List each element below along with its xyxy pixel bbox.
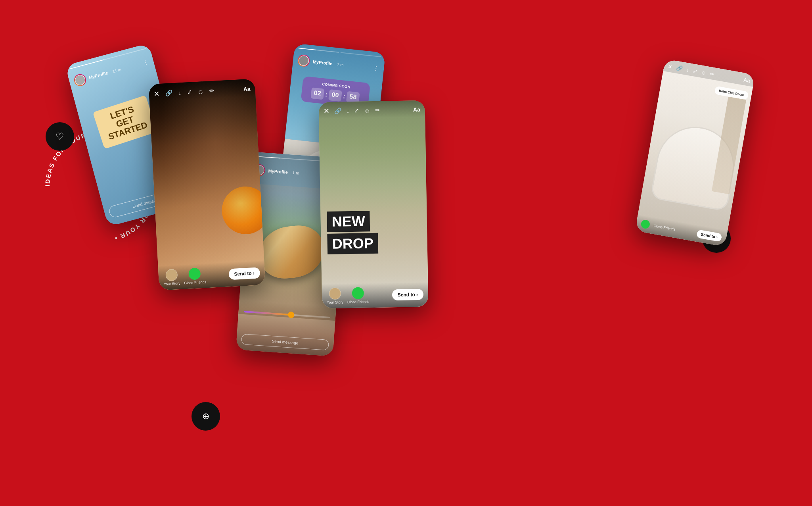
phone-5-send-to-button[interactable]: Send to › [696, 229, 722, 242]
your-story-label: Your Story [164, 281, 180, 286]
phone-6-username: MyProfile [312, 59, 332, 66]
phone-4-close-friends-label: Close Friends [347, 300, 370, 304]
phone-4-text-btn[interactable]: Aa [413, 106, 420, 113]
phone-5-draw-icon[interactable]: ✏ [710, 71, 715, 78]
phone-3-username: MyProfile [268, 168, 288, 174]
dots-menu-icon[interactable]: ⋮ [142, 59, 149, 66]
send-to-button[interactable]: Send to › [228, 267, 260, 280]
phone-3-send-message[interactable]: Send message [241, 334, 329, 350]
close-friends-label: Close Friends [184, 280, 206, 285]
sticker-icon[interactable]: ☺ [197, 88, 204, 95]
phone-4: ✕ 🔗 ↓ ⤢ ☺ ✏ Aa NEW DROP Your Story Close… [318, 100, 428, 309]
phone-5-close-friends-label: Close Friends [653, 224, 676, 231]
link-icon[interactable]: 🔗 [165, 89, 173, 97]
phone-4-your-story-label: Your Story [327, 300, 343, 304]
phone-5-link-icon[interactable]: 🔗 [676, 65, 683, 72]
phone-5-download-icon[interactable]: ↓ [686, 67, 689, 73]
phone-4-sticker-icon[interactable]: ☺ [364, 107, 370, 114]
heart-icon: ♡ [56, 131, 64, 142]
search-icon: ⊕ [202, 411, 209, 421]
phone-2: ✕ 🔗 ↓ ⤢ ☺ ✏ Aa Your Story Close Friends … [149, 79, 266, 290]
phone-4-link-icon[interactable]: 🔗 [334, 107, 342, 114]
phone-5-sticker-icon[interactable]: ☺ [701, 69, 707, 76]
phone-5-close-icon[interactable]: ✕ [667, 63, 672, 70]
phone-5-close-friends-avatar [640, 219, 650, 229]
phone-4-bottom: Your Story Close Friends Send to › [322, 282, 428, 309]
phone-4-send-to-button[interactable]: Send to › [392, 289, 423, 300]
draw-icon[interactable]: ✏ [209, 87, 214, 95]
move-icon[interactable]: ⤢ [187, 89, 192, 96]
search-icon-circle[interactable]: ⊕ [192, 402, 220, 431]
close-icon[interactable]: ✕ [153, 89, 160, 98]
close-friends-avatar [188, 267, 201, 280]
heart-icon-circle[interactable]: ♡ [46, 122, 74, 151]
phone-4-download-icon[interactable]: ↓ [347, 108, 350, 114]
text-format-btn[interactable]: Aa [243, 86, 251, 92]
phone-4-close-friends-avatar [352, 287, 364, 299]
phone-5-text-btn[interactable]: Aa [743, 77, 751, 84]
phone-1-time: 11 m [112, 67, 121, 73]
phone-4-close-icon[interactable]: ✕ [324, 107, 329, 115]
download-icon[interactable]: ↓ [178, 89, 181, 96]
phone-5-move-icon[interactable]: ⤢ [692, 68, 697, 75]
phone-3-time: 1 m [292, 170, 299, 175]
phone-4-move-icon[interactable]: ⤢ [354, 107, 359, 114]
phone-6-time: 7 m [337, 62, 344, 67]
phone-4-your-story-avatar [329, 287, 341, 300]
your-story-avatar [165, 269, 178, 281]
phone-1-username: MyProfile [88, 70, 109, 80]
new-drop-banner: NEW DROP [320, 204, 427, 261]
phone-6-dots[interactable]: ⋮ [373, 65, 379, 71]
phone-4-draw-icon[interactable]: ✏ [375, 107, 380, 114]
